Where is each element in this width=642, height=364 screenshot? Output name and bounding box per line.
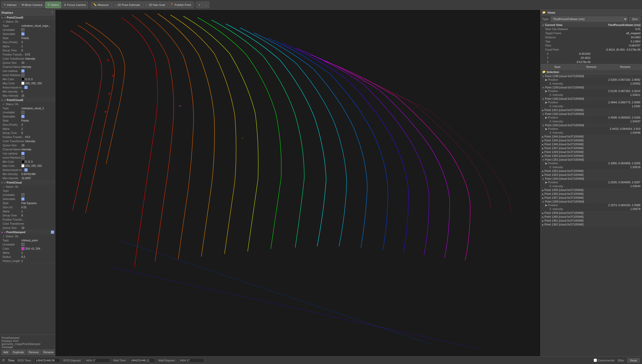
rainbow-check-1[interactable] <box>21 69 24 72</box>
invert-rainbow-check-2[interactable] <box>21 156 24 159</box>
view-action-buttons: Save Remove Rename <box>541 64 642 70</box>
point-1360-header[interactable]: Point 1360 [cloud 0x37105968] <box>541 215 642 219</box>
save-view-button[interactable]: Save <box>541 64 575 69</box>
reset-button[interactable]: Reset <box>627 358 640 363</box>
point-1346-header[interactable]: Point 1346 [cloud 0x37105968] <box>541 142 642 146</box>
pointcloud2-header-1[interactable]: ✓ PointCloud2 <box>0 15 55 20</box>
point-1345-header[interactable]: Point 1345 [cloud 0x37105968] <box>541 139 642 142</box>
point-1341-header[interactable]: Point 1341 [cloud 0x37105968] <box>541 108 642 112</box>
point-1347-group: Point 1347 [cloud 0x37105968] <box>541 146 642 150</box>
zero-button[interactable]: Zero <box>629 17 640 21</box>
autocompute-check-1[interactable] <box>24 86 28 89</box>
selectable-check-2[interactable] <box>21 115 24 118</box>
point-1340-header[interactable]: Point 1340 [cloud 0x37105968] <box>541 97 642 101</box>
unreliable-check-2[interactable] <box>21 111 24 114</box>
unreliable-check-1[interactable] <box>21 28 24 31</box>
point-1338-header[interactable]: Point 1338 [cloud 0x37105968] <box>541 74 642 78</box>
pointstamped-enable-check[interactable] <box>51 231 54 234</box>
point-1352-header[interactable]: Point 1352 [cloud 0x37105968] <box>541 169 642 173</box>
selectable-check-3[interactable] <box>21 197 24 201</box>
point-1361-header[interactable]: Point 1361 [cloud 0x37105968] <box>541 219 642 222</box>
max-color-swatch-2[interactable] <box>21 164 24 167</box>
pointstamped-label: PointStamped <box>6 231 25 234</box>
pointcloud-item: ✓ PointCloud ✓ Status: Ok Topic Unreliab… <box>0 180 55 230</box>
rename-button[interactable]: Rename <box>42 350 55 355</box>
expand-icon-2 <box>1 98 3 102</box>
unreliable-check-4[interactable] <box>21 243 24 246</box>
max-color-value-1: 255; 255; 255 <box>25 82 54 85</box>
unreliable-check-3[interactable] <box>21 193 24 196</box>
experimental-checkbox[interactable] <box>594 359 597 362</box>
point-1342-header[interactable]: Point 1342 [cloud 0x37105968] <box>541 112 642 116</box>
invert-rainbow-check-1[interactable] <box>21 74 24 77</box>
status-row-2: ✓ Status: Ok <box>0 102 55 106</box>
color-swatch-4[interactable] <box>21 247 24 250</box>
p1340-position-row: ▶ Position 2.4844; 0.066773; 2.9089 <box>541 101 642 104</box>
rename-view-button[interactable]: Rename <box>608 64 642 69</box>
alpha-value-2: 1 <box>21 127 54 130</box>
point-1362-header[interactable]: Point 1362 [cloud 0x37105968] <box>541 223 642 226</box>
duplicate-button[interactable]: Duplicate <box>11 350 26 355</box>
minus-button[interactable]: – <box>203 2 209 8</box>
interact-button[interactable]: ↖ Interact <box>2 2 19 8</box>
point-1343-header[interactable]: Point 1343 [cloud 0x37105968] <box>541 123 642 127</box>
displays-scroll[interactable]: ✓ PointCloud2 ✓ Status: Ok Topic /velody… <box>0 15 55 334</box>
measure-label: Measure <box>98 3 109 6</box>
topic-value-2: /velodyne_cloud_2 <box>21 107 54 110</box>
decay-label-1: Decay Time <box>3 49 21 52</box>
remove-button[interactable]: Remove <box>27 350 40 355</box>
p1360-expand <box>542 215 544 218</box>
pos-transform-row-1: Position Transfo... XYZ <box>0 52 55 57</box>
plus-button[interactable]: + <box>196 2 203 8</box>
point-1344-header[interactable]: Point 1344 [cloud 0x37105968] <box>541 135 642 138</box>
alpha-value-4: 1 <box>21 251 54 254</box>
color-transformer-row-3: Color Transformer <box>0 222 55 226</box>
point-1339-header[interactable]: Point 1339 [cloud 0x37105968] <box>541 86 642 89</box>
publish-point-button[interactable]: 📍 Publish Point <box>168 2 193 8</box>
pointcloud-header[interactable]: ✓ PointCloud <box>0 180 55 185</box>
measure-button[interactable]: 📏 Measure <box>91 2 111 8</box>
move-camera-button[interactable]: ⊕ Move Camera <box>19 2 45 8</box>
point-1355-header[interactable]: Point 1355 [cloud 0x37105968] <box>541 188 642 192</box>
point-1354-header[interactable]: Point 1354 [cloud 0x37105968] <box>541 177 642 180</box>
point-1350-header[interactable]: Point 1350 [cloud 0x37105968] <box>541 154 642 158</box>
max-color-swatch-1[interactable] <box>21 82 24 85</box>
nav-goal-button[interactable]: → 2D Nav Goal <box>143 2 167 8</box>
pointstamped-header[interactable]: ● PointStamped <box>0 230 55 234</box>
ros-time-input[interactable] <box>34 358 60 363</box>
pose-estimate-button[interactable]: → 2D Pose Estimate <box>111 2 142 8</box>
autocompute-check-2[interactable] <box>24 168 28 171</box>
wall-time-input[interactable] <box>129 358 155 363</box>
p1351-int-label: 3: Intensity <box>545 166 630 169</box>
point-1357-header[interactable]: Point 1357 [cloud 0x37105968] <box>541 196 642 199</box>
point-1359-header[interactable]: Point 1359 [cloud 0x37105968] <box>541 211 642 215</box>
wall-elapsed-input[interactable] <box>179 358 204 363</box>
selectable-check-1[interactable] <box>21 32 24 35</box>
add-button[interactable]: Add <box>2 350 10 355</box>
pointcloud2-header-2[interactable]: ✓ PointCloud2 <box>0 98 55 102</box>
selection-section[interactable]: 📁 Selection Point 1338 [cloud 0x37105968… <box>541 70 642 356</box>
min-color-swatch-2[interactable] <box>21 160 24 163</box>
point-1349-header[interactable]: Point 1349 [cloud 0x37105968] <box>541 150 642 154</box>
rainbow-check-2[interactable] <box>21 152 24 155</box>
selection-label: Selection <box>547 70 559 74</box>
ros-elapsed-input[interactable] <box>84 358 110 363</box>
queue-label-3: Queue Size <box>3 226 21 229</box>
point-1351-header[interactable]: Point 1351 [cloud 0x37105968] <box>541 158 642 161</box>
view-type-select[interactable]: ThirdPersonFollower (rviz) <box>551 16 628 22</box>
center-view[interactable]: ▶ ▶ ▶ ▶ <box>55 10 540 356</box>
max-color-row-1: Max Color 255; 255; 255 <box>0 81 55 85</box>
point-1358-header[interactable]: Point 1358 [cloud 0x37105968] <box>541 200 642 203</box>
point-1347-header[interactable]: Point 1347 [cloud 0x37105968] <box>541 146 642 150</box>
p1343-position-row: ▶ Position 2.4415; 0.064424; 2.919 <box>541 127 642 131</box>
pointcloud2-label-1: PointCloud2 <box>7 16 23 19</box>
measure-icon: 📏 <box>93 3 97 6</box>
p1349-expand <box>542 150 544 153</box>
selectable-label-3: Selectable <box>3 197 21 201</box>
select-button[interactable]: ☑ Select <box>45 2 61 8</box>
focus-camera-button[interactable]: ◎ Focus Camera <box>61 2 88 8</box>
remove-view-button[interactable]: Remove <box>575 64 609 69</box>
point-1353-header[interactable]: Point 1353 [cloud 0x37105968] <box>541 173 642 177</box>
point-1356-header[interactable]: Point 1356 [cloud 0x37105968] <box>541 192 642 196</box>
min-color-swatch-1[interactable] <box>21 78 24 81</box>
